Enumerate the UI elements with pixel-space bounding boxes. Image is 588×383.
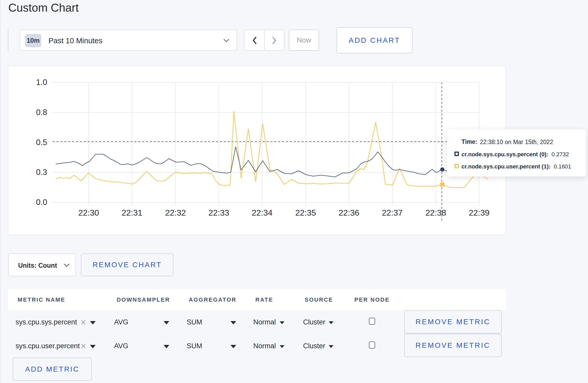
svg-text:22:30: 22:30 bbox=[78, 208, 99, 217]
svg-text:22:37: 22:37 bbox=[382, 208, 403, 217]
svg-text:22:38: 22:38 bbox=[425, 208, 446, 217]
svg-text:22:31: 22:31 bbox=[122, 208, 142, 217]
svg-text:0.3: 0.3 bbox=[36, 168, 47, 177]
svg-text:22:34: 22:34 bbox=[252, 208, 272, 217]
svg-text:0.5: 0.5 bbox=[36, 138, 47, 147]
svg-text:22:33: 22:33 bbox=[208, 208, 229, 217]
svg-text:22:39: 22:39 bbox=[469, 208, 489, 217]
svg-text:22:35: 22:35 bbox=[295, 208, 316, 217]
svg-text:22:36: 22:36 bbox=[339, 208, 359, 217]
svg-text:1.0: 1.0 bbox=[36, 78, 47, 87]
svg-text:0.8: 0.8 bbox=[36, 108, 47, 117]
svg-text:0.0: 0.0 bbox=[36, 198, 47, 207]
svg-text:22:32: 22:32 bbox=[165, 208, 186, 217]
